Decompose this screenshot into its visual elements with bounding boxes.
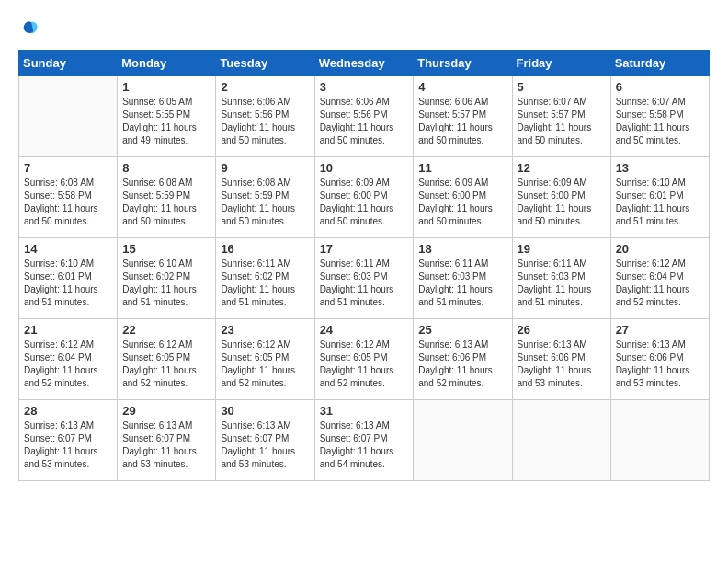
header-tuesday: Tuesday — [216, 51, 314, 76]
calendar-cell: 9Sunrise: 6:08 AM Sunset: 5:59 PM Daylig… — [216, 157, 314, 238]
header-saturday: Saturday — [610, 51, 709, 76]
day-info: Sunrise: 6:09 AM Sunset: 6:00 PM Dayligh… — [320, 177, 409, 228]
calendar-cell: 18Sunrise: 6:11 AM Sunset: 6:03 PM Dayli… — [414, 238, 512, 319]
day-info: Sunrise: 6:10 AM Sunset: 6:02 PM Dayligh… — [122, 258, 210, 309]
day-number: 29 — [122, 404, 210, 418]
calendar-cell: 19Sunrise: 6:11 AM Sunset: 6:03 PM Dayli… — [512, 238, 610, 319]
calendar-cell: 14Sunrise: 6:10 AM Sunset: 6:01 PM Dayli… — [19, 238, 118, 319]
day-number: 22 — [122, 323, 210, 337]
calendar-cell: 3Sunrise: 6:06 AM Sunset: 5:56 PM Daylig… — [314, 76, 414, 157]
day-info: Sunrise: 6:09 AM Sunset: 6:00 PM Dayligh… — [418, 177, 506, 228]
logo — [18, 18, 42, 40]
day-info: Sunrise: 6:07 AM Sunset: 5:57 PM Dayligh… — [518, 96, 606, 147]
day-info: Sunrise: 6:07 AM Sunset: 5:58 PM Dayligh… — [616, 96, 704, 147]
header-wednesday: Wednesday — [314, 51, 414, 76]
day-number: 24 — [320, 323, 409, 337]
day-info: Sunrise: 6:11 AM Sunset: 6:03 PM Dayligh… — [418, 258, 506, 309]
day-number: 16 — [221, 242, 309, 256]
calendar-cell — [19, 76, 118, 157]
logo-bird-icon — [20, 18, 42, 40]
calendar-cell: 24Sunrise: 6:12 AM Sunset: 6:05 PM Dayli… — [314, 319, 414, 400]
day-number: 14 — [24, 242, 112, 256]
calendar-cell: 25Sunrise: 6:13 AM Sunset: 6:06 PM Dayli… — [414, 319, 512, 400]
day-info: Sunrise: 6:08 AM Sunset: 5:58 PM Dayligh… — [24, 177, 112, 228]
day-number: 17 — [320, 242, 409, 256]
calendar-cell: 28Sunrise: 6:13 AM Sunset: 6:07 PM Dayli… — [19, 400, 118, 481]
day-info: Sunrise: 6:05 AM Sunset: 5:55 PM Dayligh… — [122, 96, 210, 147]
day-info: Sunrise: 6:13 AM Sunset: 6:07 PM Dayligh… — [320, 419, 409, 471]
day-number: 2 — [221, 80, 309, 94]
day-info: Sunrise: 6:09 AM Sunset: 6:00 PM Dayligh… — [518, 177, 606, 228]
day-number: 13 — [616, 161, 704, 175]
day-number: 12 — [518, 161, 606, 175]
week-row-1: 1Sunrise: 6:05 AM Sunset: 5:55 PM Daylig… — [19, 76, 710, 157]
day-number: 30 — [221, 404, 309, 418]
day-info: Sunrise: 6:13 AM Sunset: 6:06 PM Dayligh… — [616, 339, 704, 390]
calendar-cell: 20Sunrise: 6:12 AM Sunset: 6:04 PM Dayli… — [610, 238, 709, 319]
calendar-cell: 29Sunrise: 6:13 AM Sunset: 6:07 PM Dayli… — [118, 400, 216, 481]
calendar-cell: 8Sunrise: 6:08 AM Sunset: 5:59 PM Daylig… — [118, 157, 216, 238]
day-number: 18 — [418, 242, 506, 256]
day-info: Sunrise: 6:08 AM Sunset: 5:59 PM Dayligh… — [221, 177, 309, 228]
day-info: Sunrise: 6:13 AM Sunset: 6:07 PM Dayligh… — [24, 419, 112, 471]
calendar-cell: 2Sunrise: 6:06 AM Sunset: 5:56 PM Daylig… — [216, 76, 314, 157]
page-header — [18, 18, 710, 40]
day-number: 28 — [24, 404, 112, 418]
day-number: 9 — [221, 161, 309, 175]
day-number: 20 — [616, 242, 704, 256]
day-info: Sunrise: 6:10 AM Sunset: 6:01 PM Dayligh… — [616, 177, 704, 228]
calendar-table: SundayMondayTuesdayWednesdayThursdayFrid… — [18, 50, 710, 481]
day-info: Sunrise: 6:12 AM Sunset: 6:04 PM Dayligh… — [616, 258, 704, 309]
calendar-cell — [512, 400, 610, 481]
calendar-cell: 26Sunrise: 6:13 AM Sunset: 6:06 PM Dayli… — [512, 319, 610, 400]
header-monday: Monday — [118, 51, 216, 76]
day-number: 10 — [320, 161, 409, 175]
day-info: Sunrise: 6:12 AM Sunset: 6:05 PM Dayligh… — [122, 339, 210, 390]
day-number: 25 — [418, 323, 506, 337]
calendar-cell: 22Sunrise: 6:12 AM Sunset: 6:05 PM Dayli… — [118, 319, 216, 400]
day-number: 27 — [616, 323, 704, 337]
week-row-2: 7Sunrise: 6:08 AM Sunset: 5:58 PM Daylig… — [19, 157, 710, 238]
day-number: 1 — [122, 80, 210, 94]
calendar-cell: 10Sunrise: 6:09 AM Sunset: 6:00 PM Dayli… — [314, 157, 414, 238]
week-row-5: 28Sunrise: 6:13 AM Sunset: 6:07 PM Dayli… — [19, 400, 710, 481]
day-info: Sunrise: 6:08 AM Sunset: 5:59 PM Dayligh… — [122, 177, 210, 228]
calendar-cell: 11Sunrise: 6:09 AM Sunset: 6:00 PM Dayli… — [414, 157, 512, 238]
calendar-cell: 13Sunrise: 6:10 AM Sunset: 6:01 PM Dayli… — [610, 157, 709, 238]
header-friday: Friday — [512, 51, 610, 76]
calendar-cell: 23Sunrise: 6:12 AM Sunset: 6:05 PM Dayli… — [216, 319, 314, 400]
day-info: Sunrise: 6:13 AM Sunset: 6:07 PM Dayligh… — [122, 419, 210, 471]
day-number: 23 — [221, 323, 309, 337]
day-number: 21 — [24, 323, 112, 337]
calendar-cell: 27Sunrise: 6:13 AM Sunset: 6:06 PM Dayli… — [610, 319, 709, 400]
day-info: Sunrise: 6:13 AM Sunset: 6:06 PM Dayligh… — [418, 339, 506, 390]
day-number: 8 — [122, 161, 210, 175]
calendar-cell: 4Sunrise: 6:06 AM Sunset: 5:57 PM Daylig… — [414, 76, 512, 157]
day-info: Sunrise: 6:11 AM Sunset: 6:03 PM Dayligh… — [320, 258, 409, 309]
week-row-3: 14Sunrise: 6:10 AM Sunset: 6:01 PM Dayli… — [19, 238, 710, 319]
day-number: 6 — [616, 80, 704, 94]
calendar-cell: 15Sunrise: 6:10 AM Sunset: 6:02 PM Dayli… — [118, 238, 216, 319]
day-number: 4 — [418, 80, 506, 94]
calendar-cell: 17Sunrise: 6:11 AM Sunset: 6:03 PM Dayli… — [314, 238, 414, 319]
calendar-cell: 7Sunrise: 6:08 AM Sunset: 5:58 PM Daylig… — [19, 157, 118, 238]
day-number: 11 — [418, 161, 506, 175]
day-info: Sunrise: 6:12 AM Sunset: 6:05 PM Dayligh… — [320, 339, 409, 390]
day-info: Sunrise: 6:06 AM Sunset: 5:57 PM Dayligh… — [418, 96, 506, 147]
day-info: Sunrise: 6:06 AM Sunset: 5:56 PM Dayligh… — [221, 96, 309, 147]
day-number: 7 — [24, 161, 112, 175]
calendar-header-row: SundayMondayTuesdayWednesdayThursdayFrid… — [19, 51, 710, 76]
week-row-4: 21Sunrise: 6:12 AM Sunset: 6:04 PM Dayli… — [19, 319, 710, 400]
calendar-cell: 5Sunrise: 6:07 AM Sunset: 5:57 PM Daylig… — [512, 76, 610, 157]
calendar-cell: 6Sunrise: 6:07 AM Sunset: 5:58 PM Daylig… — [610, 76, 709, 157]
day-number: 19 — [518, 242, 606, 256]
calendar-cell: 12Sunrise: 6:09 AM Sunset: 6:00 PM Dayli… — [512, 157, 610, 238]
day-info: Sunrise: 6:13 AM Sunset: 6:06 PM Dayligh… — [518, 339, 606, 390]
day-number: 31 — [320, 404, 409, 418]
calendar-cell: 30Sunrise: 6:13 AM Sunset: 6:07 PM Dayli… — [216, 400, 314, 481]
calendar-cell: 16Sunrise: 6:11 AM Sunset: 6:02 PM Dayli… — [216, 238, 314, 319]
day-number: 3 — [320, 80, 409, 94]
day-info: Sunrise: 6:11 AM Sunset: 6:02 PM Dayligh… — [221, 258, 309, 309]
header-sunday: Sunday — [19, 51, 118, 76]
calendar-cell: 1Sunrise: 6:05 AM Sunset: 5:55 PM Daylig… — [118, 76, 216, 157]
